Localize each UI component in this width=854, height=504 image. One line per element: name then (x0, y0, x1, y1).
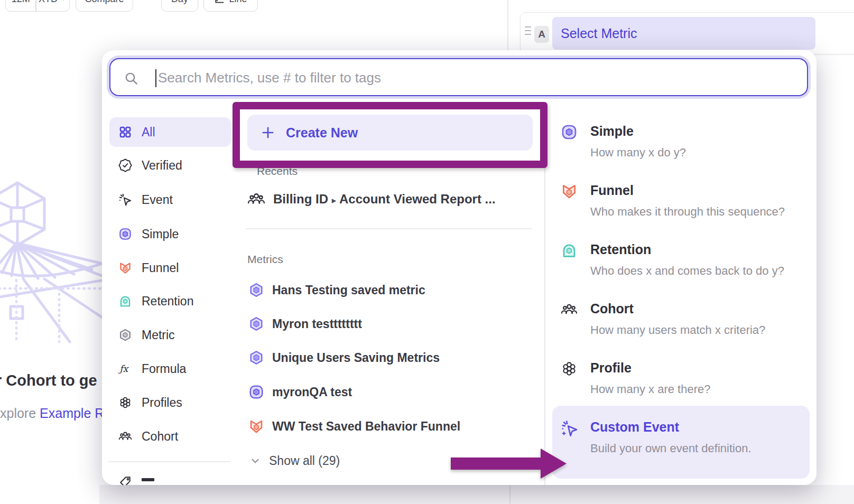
sidebar-item-metric[interactable]: Metric (109, 320, 231, 350)
funnel-icon (118, 261, 132, 275)
cohort-people-icon (118, 430, 132, 443)
bottom-band-divider (509, 485, 510, 504)
svg-text:ƒx: ƒx (118, 363, 129, 374)
recent-item[interactable]: Billing ID ▸ Account Viewed Report ... (247, 184, 496, 214)
chevron-down-icon (60, 0, 67, 3)
annotation-arrow (444, 444, 573, 486)
metric-list-item[interactable]: Unique Users Saving Metrics (248, 343, 440, 372)
sidebar-item-simple[interactable]: Simple (109, 219, 231, 249)
verified-badge-icon (118, 158, 132, 172)
wireframe-illustration (0, 175, 106, 344)
search-input[interactable]: Search Metrics, use # to filter to tags (109, 58, 808, 96)
event-cursor-icon (118, 193, 132, 207)
metric-list-item[interactable]: Myron testttttttt (248, 309, 362, 339)
chevron-down-icon (249, 455, 261, 466)
date-range-button-group[interactable]: 12M XTD (5, 0, 70, 12)
sidebar-item-event[interactable]: Event (109, 185, 231, 214)
explore-line: xplore Example R (0, 406, 104, 421)
metric-hexagon-icon (118, 328, 132, 342)
funnel-icon (561, 183, 578, 200)
example-link[interactable]: Example R (40, 406, 104, 421)
recents-divider (246, 228, 532, 229)
sidebar-item-retention[interactable]: Retention (109, 286, 231, 316)
select-metric-label: Select Metric (561, 26, 637, 41)
metric-hexagon-icon (248, 316, 264, 332)
annotation-rectangle (233, 102, 547, 168)
sidebar-divider (108, 461, 231, 462)
simple-metric-icon (248, 384, 264, 400)
metric-list-item[interactable]: WW Test Saved Behavior Funnel (248, 412, 460, 441)
sidebar-item-clipped[interactable] (118, 475, 132, 485)
profiles-flower-icon (118, 396, 132, 409)
chart-type-line-button[interactable]: Line (203, 0, 258, 12)
metric-list-item[interactable]: Hans Testing saved metric (248, 275, 425, 305)
recent-item-secondary: Account Viewed Report ... (339, 192, 496, 206)
metric-builder-row: A Select Metric (520, 12, 854, 54)
select-metric-field[interactable]: Select Metric (552, 17, 815, 50)
metric-list-item[interactable]: myronQA test (248, 377, 352, 407)
compare-button[interactable]: Compare (76, 0, 133, 12)
line-chart-icon (214, 0, 225, 4)
cohort-people-icon (561, 301, 578, 318)
retention-icon (118, 294, 132, 308)
search-icon (124, 71, 138, 86)
tag-icon (118, 475, 132, 485)
metric-hexagon-icon (248, 350, 264, 366)
series-badge: A (534, 26, 549, 43)
drag-handle-icon[interactable] (525, 26, 531, 35)
sidebar-item-profiles[interactable]: Profiles (109, 388, 231, 417)
range-12m-button[interactable]: 12M (6, 0, 35, 5)
sidebar-item-cohort[interactable]: Cohort (109, 422, 231, 451)
cohort-people-icon (247, 190, 265, 208)
page-bottom-band (99, 485, 854, 504)
retention-icon (561, 242, 578, 259)
sidebar-item-all[interactable]: All (109, 117, 231, 147)
simple-metric-icon (561, 124, 578, 141)
funnel-icon (248, 418, 264, 434)
granularity-day-button[interactable]: Day (161, 0, 198, 12)
show-all-toggle[interactable]: Show all (29) (249, 447, 340, 474)
metric-hexagon-icon (248, 282, 264, 298)
simple-metric-icon (118, 227, 132, 241)
sidebar-item-formula[interactable]: ƒx Formula (109, 354, 231, 384)
clipped-label-fragment (142, 478, 154, 481)
grid-icon (118, 125, 132, 139)
explore-prefix: xplore (0, 406, 40, 421)
text-cursor (155, 69, 156, 87)
custom-event-icon (561, 419, 579, 437)
profiles-flower-icon (561, 360, 578, 377)
recent-item-primary: Billing ID (273, 192, 328, 206)
breadcrumb-arrow: ▸ (332, 195, 337, 206)
onboarding-heading: r Cohort to ge (0, 372, 97, 389)
metrics-header: Metrics (247, 253, 283, 266)
sidebar-item-verified[interactable]: Verified (109, 151, 231, 180)
panel-divider (507, 0, 508, 50)
formula-icon: ƒx (118, 362, 132, 376)
sidebar-item-funnel[interactable]: Funnel (109, 253, 231, 283)
search-placeholder: Search Metrics, use # to filter to tags (158, 70, 381, 86)
range-xtd-button[interactable]: XTD (36, 0, 69, 5)
